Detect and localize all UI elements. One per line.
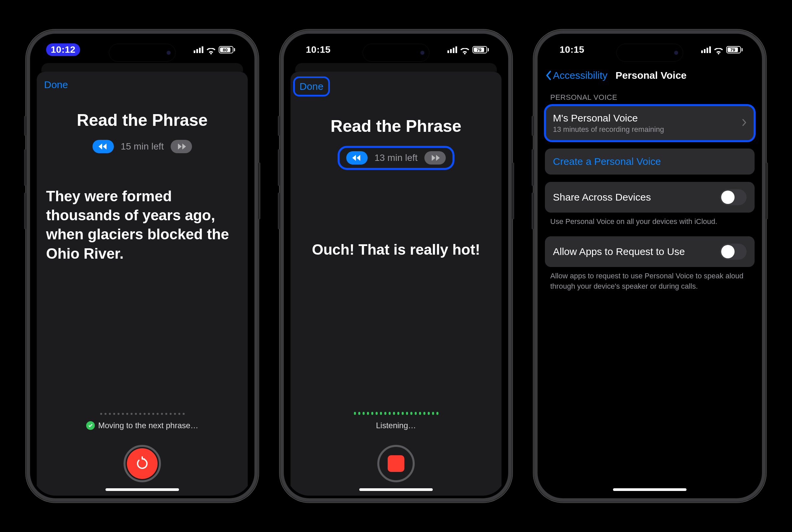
wifi-icon (207, 46, 215, 53)
check-icon (86, 421, 95, 430)
progress-controls: 15 min left (44, 140, 240, 153)
status-time: 10:12 (46, 43, 80, 56)
phone-frame: 10:12 80 Done Read the Phrase 15 (25, 29, 259, 503)
forward-button[interactable] (171, 140, 192, 153)
done-button[interactable]: Done (300, 81, 323, 92)
recording-status: Listening… (376, 421, 416, 430)
restart-button[interactable] (124, 445, 161, 482)
battery-icon: 80 (219, 46, 235, 53)
progress-controls: 13 min left (338, 146, 454, 170)
battery-icon: 79 (726, 46, 742, 53)
home-indicator[interactable] (106, 488, 179, 491)
allow-toggle[interactable] (720, 244, 747, 260)
waveform (100, 413, 185, 415)
phrase-text: They were formed thousands of years ago,… (44, 187, 240, 263)
section-header: Personal Voice (540, 84, 759, 105)
nav-title: Personal Voice (615, 70, 686, 81)
status-time: 10:15 (300, 44, 331, 55)
cellular-icon (448, 46, 457, 53)
page-title: Read the Phrase (44, 111, 240, 130)
allow-apps-row: Allow Apps to Request to Use (545, 236, 755, 267)
recording-status: Moving to the next phrase… (86, 421, 198, 430)
share-toggle[interactable] (720, 189, 747, 205)
share-help-text: Use Personal Voice on all your devices w… (540, 213, 759, 236)
create-voice-row[interactable]: Create a Personal Voice (545, 149, 755, 174)
home-indicator[interactable] (613, 488, 686, 491)
page-title: Read the Phrase (298, 116, 494, 136)
phrase-text: Ouch! That is really hot! (298, 240, 494, 259)
dynamic-island (363, 44, 429, 62)
nav-bar: Accessibility Personal Voice (540, 63, 759, 84)
wifi-icon (714, 46, 723, 53)
stop-button[interactable] (377, 445, 415, 482)
time-remaining: 13 min left (374, 153, 417, 163)
allow-help-text: Allow apps to request to use Personal Vo… (540, 267, 759, 301)
voice-row[interactable]: M's Personal Voice 13 minutes of recordi… (545, 105, 755, 141)
dynamic-island (616, 44, 683, 62)
battery-icon: 79 (472, 46, 489, 53)
cellular-icon (194, 46, 203, 53)
forward-button[interactable] (425, 151, 446, 165)
cellular-icon (701, 46, 711, 53)
voice-name: M's Personal Voice (553, 113, 664, 124)
back-button[interactable]: Accessibility (546, 70, 607, 81)
dynamic-island (109, 44, 176, 62)
recording-sheet: Done Read the Phrase 15 min left They we… (37, 72, 248, 496)
done-button[interactable]: Done (44, 79, 68, 90)
time-remaining: 15 min left (120, 141, 164, 152)
chevron-right-icon (742, 118, 747, 128)
phone-frame: 10:15 79 Done Read the Phrase 13 (279, 29, 513, 503)
phone-frame: 10:15 79 Accessibility Personal Voice Pe… (533, 29, 767, 503)
rewind-button[interactable] (93, 140, 114, 153)
chevron-left-icon (546, 71, 552, 80)
wifi-icon (460, 46, 469, 53)
voice-subtitle: 13 minutes of recording remaining (553, 125, 664, 134)
share-across-devices-row: Share Across Devices (545, 182, 755, 213)
waveform (354, 412, 438, 415)
home-indicator[interactable] (359, 488, 433, 491)
status-time: 10:15 (553, 44, 584, 55)
recording-sheet: Done Read the Phrase 13 min left Ouch! T… (290, 72, 502, 496)
rewind-button[interactable] (346, 151, 367, 165)
